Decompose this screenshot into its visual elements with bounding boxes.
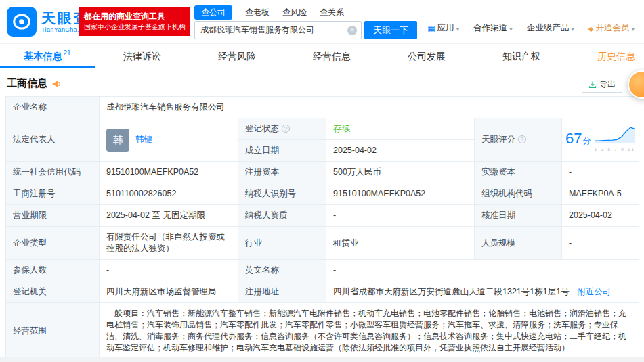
reg-no-value: 510110002826052 (100, 183, 238, 205)
score-cell[interactable]: 67分 1 3 5 7 9 11 (562, 118, 639, 162)
address-cell: 四川省成都市天府新区万安街道麓山大道二段1321号1栋1层1号 附近公司 (326, 281, 639, 303)
table-row: 法定代表人 韩 韩键 登记状态 存续 天眼评分 (6, 118, 639, 140)
reg-status-label: 登记状态 (238, 118, 326, 140)
paid-capital-label: 实缴资本 (475, 162, 562, 183)
approve-date-value: 2025-04-02 (562, 205, 639, 227)
chevron-down-icon (631, 24, 635, 33)
table-row: 参保人数 - 英文名称 - (6, 260, 639, 281)
business-info-table: 企业名称 成都悦瓏汽车销售服务有限公司 法定代表人 韩 韩键 登记状态 (5, 96, 639, 359)
search-type-tabs: 查公司 查老板 查风险 查关系 (194, 5, 344, 20)
table-row: 营业期限 2025-04-02 至 无固定期限 纳税人资质 - 核准日期 202… (6, 205, 639, 227)
tab-basic-label: 基本信息 (24, 51, 62, 62)
page: 天眼查 TianYanCha.com 都在用的商业查询工具 国家中小企业发展子基… (0, 0, 644, 359)
table-row: 统一社会信用代码 91510100MAEFKP0A52 注册资本 500万人民币… (6, 162, 639, 183)
promo-banner: 都在用的商业查询工具 国家中小企业发展子基金旗下机构 (79, 7, 190, 36)
vip-diamond-icon (588, 24, 594, 33)
taxpayer-quality-label: 纳税人资质 (238, 205, 326, 227)
export-icon (588, 81, 597, 89)
chevron-down-icon (571, 24, 574, 33)
company-name-label: 企业名称 (6, 97, 100, 118)
legal-rep-avatar[interactable]: 韩 (106, 129, 129, 152)
reg-capital-label: 注册资本 (238, 162, 326, 183)
tab-legal-label: 法律诉讼 (123, 51, 161, 62)
tab-search-company[interactable]: 查公司 (194, 5, 232, 20)
taxpayer-no-label: 纳税人识别号 (238, 183, 326, 205)
taxpayer-no-value: 91510100MAEFKP0A52 (326, 183, 475, 205)
credit-code-value: 91510100MAEFKP0A52 (100, 162, 238, 183)
clear-search-icon[interactable] (347, 26, 357, 35)
table-row: 登记机关 四川天府新区市场监督管理局 注册地址 四川省成都市天府新区万安街道麓山… (6, 281, 639, 303)
tab-basic-count: 21 (63, 43, 70, 66)
authority-value: 四川天府新区市场监督管理局 (100, 281, 238, 303)
apps-grid-icon (427, 24, 435, 33)
table-row: 企业类型 有限责任公司（非自然人投资或控股的法人独资） 行业 租赁业 人员规模 … (6, 227, 639, 260)
establish-date-label: 成立日期 (238, 140, 326, 162)
company-type-label: 企业类型 (6, 227, 100, 260)
tab-company-development[interactable]: 公司发展 (379, 44, 474, 68)
chevron-down-icon (456, 24, 460, 33)
info-icon[interactable] (518, 135, 526, 143)
reg-capital-value: 500万人民币 (326, 162, 475, 183)
company-name-value: 成都悦瓏汽车销售服务有限公司 (100, 97, 639, 118)
tab-search-boss[interactable]: 查老板 (245, 7, 270, 18)
info-icon[interactable] (282, 125, 290, 133)
legal-rep-cell: 韩 韩键 (100, 118, 238, 162)
legal-rep-link[interactable]: 韩键 (135, 134, 152, 145)
tab-intellectual-property[interactable]: 知识产权 (474, 44, 569, 68)
taxpayer-quality-value: - (326, 205, 475, 227)
reg-status-value: 存续 (326, 118, 475, 140)
tab-risk-label: 经营风险 (218, 51, 256, 62)
business-scope-value: 一般项目：汽车销售；新能源汽车整车销售；新能源汽车电附件销售；机动车充电销售；电… (100, 303, 639, 359)
score-value: 67分 (565, 133, 591, 147)
menu-enterprise[interactable]: 企业级产品 (527, 22, 574, 34)
legal-rep-label: 法定代表人 (6, 118, 100, 162)
search-input[interactable] (195, 22, 361, 39)
menu-enterprise-label: 企业级产品 (527, 22, 570, 34)
tab-history-label: 历史信息 (597, 51, 635, 62)
menu-apps[interactable]: 应用 (427, 22, 459, 34)
approve-date-label: 核准日期 (475, 205, 562, 227)
announcement-horn-icon[interactable] (51, 79, 61, 89)
tab-history-info[interactable]: 历史信息 (569, 44, 644, 68)
chevron-down-icon (509, 24, 513, 33)
banner-line2: 国家中小企业发展子基金旗下机构 (84, 22, 186, 32)
address-label: 注册地址 (238, 281, 326, 303)
tab-legal[interactable]: 法律诉讼 (95, 44, 190, 68)
nearby-companies-link[interactable]: 附近公司 (577, 287, 611, 296)
score-axis-ticks: 1 3 5 7 9 11 (595, 143, 635, 155)
business-info-section: 工商信息 导出 企业名称 成都悦瓏汽车销售服务有限公司 (0, 68, 644, 359)
address-value: 四川省成都市天府新区万安街道麓山大道二段1321号1栋1层1号 (333, 287, 570, 296)
org-code-label: 组织机构代码 (475, 183, 562, 205)
insured-label: 参保人数 (6, 260, 100, 281)
score-label: 天眼评分 (475, 118, 562, 162)
company-type-value: 有限责任公司（非自然人投资或控股的法人独资） (100, 227, 238, 260)
export-button[interactable]: 导出 (582, 76, 622, 93)
tab-search-relation[interactable]: 查关系 (320, 7, 344, 18)
menu-cooperation[interactable]: 合作渠道 (473, 22, 513, 34)
paid-capital-value: - (562, 162, 639, 183)
reg-no-label: 工商注册号 (6, 183, 100, 205)
industry-label: 行业 (238, 227, 326, 260)
tab-operating-risk[interactable]: 经营风险 (190, 44, 284, 68)
tab-search-risk[interactable]: 查风险 (282, 7, 307, 18)
term-label: 营业期限 (6, 205, 100, 227)
authority-label: 登记机关 (6, 281, 100, 303)
site-header: 天眼查 TianYanCha.com 都在用的商业查询工具 国家中小企业发展子基… (0, 0, 644, 43)
table-row: 工商注册号 510110002826052 纳税人识别号 91510100MAE… (6, 183, 639, 205)
menu-vip-label: 开通会员 (595, 22, 629, 34)
export-label: 导出 (599, 78, 616, 90)
business-scope-label: 经营范围 (6, 303, 100, 359)
search-bar: 天眼一下 (194, 21, 417, 39)
score-sparkline: 1 3 5 7 9 11 (595, 125, 635, 155)
page-bottom-strip (0, 357, 644, 362)
section-head: 工商信息 (5, 68, 639, 96)
tab-basic-info[interactable]: 基本信息21 (0, 44, 95, 68)
org-code-value: MAEFKP0A-5 (562, 183, 639, 205)
menu-vip[interactable]: 开通会员 (588, 22, 635, 34)
establish-date-value: 2025-04-02 (326, 140, 475, 162)
status-badge: 存续 (333, 124, 350, 133)
section-title: 工商信息 (7, 77, 47, 90)
search-button[interactable]: 天眼一下 (364, 21, 417, 39)
english-name-label: 英文名称 (238, 260, 326, 281)
tab-operation-info[interactable]: 经营信息 (284, 44, 379, 68)
